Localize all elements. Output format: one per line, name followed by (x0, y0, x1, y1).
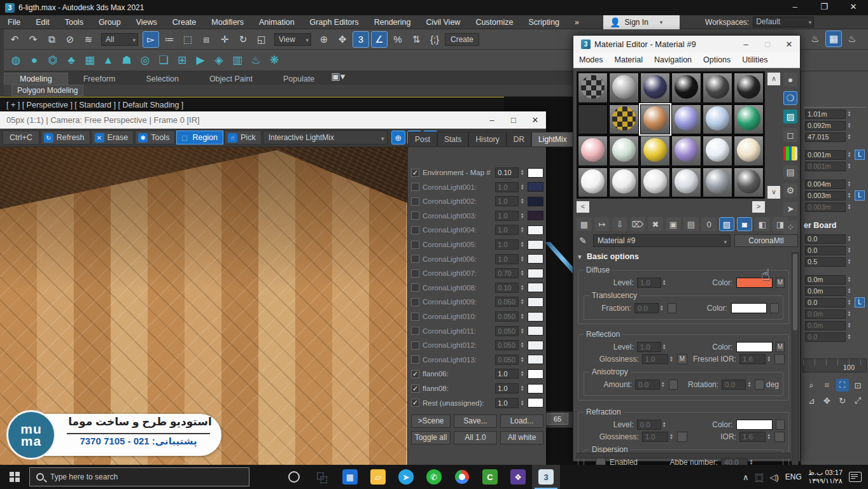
menu-civil-view[interactable]: Civil View (418, 15, 468, 29)
select-scale-icon[interactable]: ◱ (253, 31, 270, 48)
lightmix-spinner[interactable]: ▲▼ (519, 184, 525, 190)
vfb-tab-post[interactable]: Post (408, 132, 437, 147)
material-swatch[interactable] (703, 104, 732, 135)
light-create-icon[interactable]: ❋ (266, 52, 283, 69)
select-move-icon[interactable]: ✛ (216, 31, 233, 48)
lightmix-spinner[interactable]: ▲▼ (519, 357, 525, 363)
named-selection-label[interactable]: Create (445, 33, 479, 46)
lightmix-value-field[interactable]: 1.0 (495, 239, 519, 250)
lightmix-spinner[interactable]: ▲▼ (519, 313, 525, 320)
camtasia-taskbar-button[interactable]: C (476, 465, 504, 489)
bind-space-warp-icon[interactable]: ≋ (80, 31, 97, 48)
panel-value-field[interactable]: 0.0 (805, 298, 846, 308)
make-preview-icon[interactable]: ▤ (783, 165, 797, 179)
lightmix-spinner[interactable]: ▲▼ (519, 285, 525, 291)
lightmix-button-scene[interactable]: >Scene (411, 415, 451, 428)
fresnel-field[interactable]: 1.6 (739, 354, 766, 364)
me-scrollbar[interactable] (792, 252, 799, 489)
ior-map-button[interactable]: . (774, 432, 785, 442)
reflection-map-button[interactable]: M (776, 342, 785, 352)
recorder-taskbar-button[interactable]: ❖ (504, 465, 532, 489)
ribbon-config-dropdown-icon[interactable]: ▣▾ (330, 68, 346, 85)
use-pivot-center-icon[interactable]: ⊕ (316, 31, 332, 48)
zoom-all-icon[interactable]: ⌗ (820, 379, 833, 392)
3dsmax-taskbar-button[interactable]: 3 (532, 465, 560, 489)
lightmix-color-swatch[interactable] (528, 312, 543, 322)
panel-spinner[interactable]: ▲▼ (846, 276, 852, 283)
me-minimize-button[interactable]: – (735, 39, 757, 49)
spinner-arrows[interactable]: ▲▼ (766, 434, 772, 440)
notification-icon[interactable] (849, 472, 862, 482)
material-swatch[interactable] (578, 167, 608, 198)
unlink-selection-icon[interactable]: ⊘ (62, 31, 78, 48)
spinner-arrows[interactable]: ▲▼ (746, 381, 752, 388)
panel-spinner[interactable]: ▲▼ (846, 311, 852, 317)
network-icon[interactable]: ⿴ (755, 471, 763, 483)
maxscript-listener-icon[interactable]: {;} (426, 31, 443, 48)
tab-freeform[interactable]: Freeform (68, 73, 131, 85)
material-swatch[interactable] (734, 73, 764, 103)
me-menu-modes[interactable]: Modes (573, 55, 609, 64)
me-horizontal-scrollbar[interactable] (577, 453, 790, 458)
camera-icon[interactable]: ⏣ (45, 52, 61, 69)
menu-rendering[interactable]: Rendering (367, 15, 419, 29)
panel-value-field[interactable]: 47.015 (805, 132, 846, 142)
snaps-toggle-icon[interactable]: 3 (353, 31, 369, 48)
lightmix-checkbox[interactable] (411, 283, 419, 292)
viewport-label[interactable]: [ + ] [ Perspective ] [ Standard ] [ Def… (0, 97, 504, 111)
material-swatch[interactable] (671, 73, 701, 103)
file-explorer-taskbar-button[interactable]: ▱ (364, 465, 392, 489)
zoom-extents-icon[interactable]: ⛶ (836, 379, 849, 392)
select-object-icon[interactable]: ▻ (143, 31, 159, 48)
spinner-arrows[interactable]: ▲▼ (661, 381, 666, 388)
render-production-icon[interactable]: ♨ (844, 31, 860, 47)
material-swatch[interactable] (734, 167, 764, 198)
sign-in-button[interactable]: 👤 Sign In ▾ (603, 15, 680, 29)
vfb-mode-dropdown[interactable]: Interactive LightMix (263, 131, 388, 145)
lightmix-button-save[interactable]: Save... (454, 415, 497, 428)
assign-material-icon[interactable]: ⇩ (612, 217, 627, 231)
lightmix-color-swatch[interactable] (528, 269, 543, 278)
taskbar-search[interactable]: Type here to search (29, 467, 249, 486)
reset-map-icon[interactable]: ✖ (648, 217, 663, 231)
calculator-taskbar-button[interactable]: ▦ (336, 465, 364, 489)
camera-add-icon[interactable]: ◈ (211, 52, 227, 69)
rotation-map-button[interactable]: . (755, 379, 764, 390)
video-playback-icon[interactable]: ▶ (192, 52, 209, 69)
lightmix-value-field[interactable]: 1.0 (495, 254, 519, 264)
amount-map-button[interactable]: . (669, 379, 678, 390)
panel-spinner[interactable]: ▲▼ (846, 247, 852, 253)
workspaces-dropdown[interactable]: Default (753, 17, 814, 27)
panel-value-field[interactable]: 0.001m (805, 150, 846, 160)
panel-value-field[interactable]: 0.0 (805, 234, 846, 244)
polygon-modeling-tab[interactable]: Polygon Modeling (11, 85, 83, 96)
lightmix-color-swatch[interactable] (528, 211, 543, 220)
material-swatch[interactable] (734, 136, 764, 166)
task-view-taskbar-button[interactable]: ⿻ (308, 465, 336, 489)
lightmix-button-load[interactable]: Load... (500, 415, 543, 428)
vfb-pick-button[interactable]: ☝Pick (225, 131, 262, 145)
lightmix-color-swatch[interactable] (528, 240, 543, 250)
vfb-erase-button[interactable]: ✕Erase (92, 131, 134, 145)
material-swatch[interactable] (671, 136, 701, 166)
panel-spinner[interactable]: ▲▼ (846, 204, 852, 210)
display-panel-icon[interactable]: ▥ (229, 52, 246, 69)
menu-animation[interactable]: Animation (251, 15, 302, 29)
lightmix-checkbox[interactable]: ✓ (411, 370, 419, 378)
lightmix-value-field[interactable]: 0.050 (495, 326, 519, 336)
panel-value-field[interactable]: 0.0 (805, 332, 846, 342)
backlight-icon[interactable]: ❍ (783, 91, 797, 105)
pan-icon[interactable]: ✥ (820, 394, 833, 407)
panel-spinner[interactable]: ▲▼ (846, 181, 852, 187)
geometry-sphere-icon[interactable]: ● (26, 52, 43, 69)
lightmix-spinner[interactable]: ▲▼ (519, 256, 525, 262)
material-swatch[interactable] (609, 136, 639, 166)
lightmix-color-swatch[interactable] (528, 341, 543, 350)
lightmix-spinner[interactable]: ▲▼ (519, 241, 525, 248)
refr-gloss-map-button[interactable]: . (677, 432, 687, 442)
me-titlebar[interactable]: 3 Material Editor - Material #9 – □ ✕ (573, 36, 800, 52)
vfb-refresh-button[interactable]: ↻Refresh (41, 131, 90, 145)
lightmix-color-swatch[interactable] (528, 297, 543, 307)
lightmix-checkbox[interactable] (411, 211, 419, 220)
volume-icon[interactable]: ◁) (769, 472, 778, 482)
